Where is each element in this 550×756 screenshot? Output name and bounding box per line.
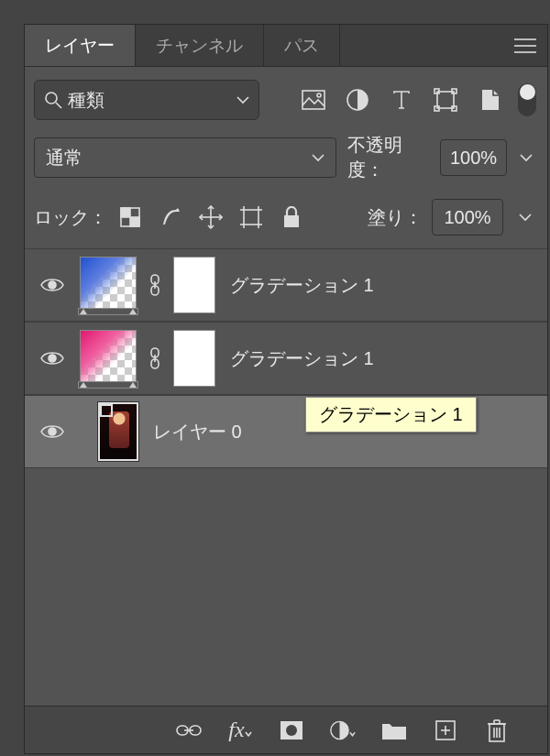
svg-line-4 [56, 103, 61, 108]
chevron-down-icon [312, 153, 324, 162]
filter-pixel-icon[interactable] [302, 88, 325, 112]
delete-layer-icon[interactable] [484, 718, 510, 743]
filter-label: 種類 [68, 88, 104, 113]
svg-point-41 [286, 725, 297, 736]
layer-row[interactable]: グラデーション 1 [25, 248, 547, 322]
layers-bottom-toolbar: fx [25, 706, 547, 753]
panel-menu-icon[interactable] [514, 25, 536, 67]
svg-point-32 [49, 355, 56, 362]
chevron-down-icon [519, 213, 532, 222]
layers-panel: レイヤー チャンネル パス 種類 [24, 24, 548, 754]
blend-mode-value: 通常 [46, 146, 82, 170]
visibility-toggle[interactable] [34, 349, 71, 367]
link-layers-icon[interactable] [176, 718, 202, 743]
tooltip: グラデーション 1 [305, 397, 477, 433]
filter-type-icon[interactable] [390, 88, 413, 112]
svg-rect-27 [284, 215, 299, 227]
layer-name: グラデーション 1 [230, 273, 374, 298]
fill-label: 塗り： [368, 205, 423, 230]
layer-mask-thumbnail[interactable] [173, 257, 215, 313]
chevron-down-icon [236, 95, 249, 104]
lock-row: ロック： 塗り： 100% [25, 190, 547, 248]
add-mask-icon[interactable] [279, 718, 304, 743]
svg-rect-5 [302, 91, 324, 109]
layer-name: グラデーション 1 [230, 346, 374, 371]
layer-thumbnail[interactable] [98, 402, 138, 461]
layer-mask-thumbnail[interactable] [173, 330, 215, 387]
svg-point-28 [49, 281, 56, 289]
chevron-down-icon [520, 153, 533, 162]
svg-point-6 [317, 93, 321, 97]
layers-list: グラデーション 1 グラデーション 1 レイヤー 0 [25, 248, 547, 468]
layer-thumbnail[interactable] [80, 257, 137, 313]
lock-all-icon[interactable] [280, 205, 303, 229]
tab-layers[interactable]: レイヤー [25, 25, 136, 66]
link-icon [146, 347, 164, 369]
lock-transparency-icon[interactable] [118, 205, 142, 229]
svg-rect-15 [130, 217, 139, 226]
new-layer-icon[interactable] [433, 718, 458, 743]
lock-artboard-icon[interactable] [239, 205, 263, 229]
svg-rect-18 [244, 210, 258, 225]
layer-effects-icon[interactable]: fx [227, 718, 253, 743]
opacity-input[interactable]: 100% [440, 139, 507, 176]
lock-position-icon[interactable] [199, 205, 223, 229]
lock-image-icon[interactable] [159, 205, 182, 229]
filter-row: 種類 [25, 67, 547, 129]
filter-toggle[interactable] [518, 83, 536, 116]
panel-tabs: レイヤー チャンネル パス [25, 25, 547, 67]
blend-mode-select[interactable]: 通常 [34, 137, 336, 178]
visibility-toggle[interactable] [34, 422, 71, 441]
visibility-toggle[interactable] [34, 276, 71, 294]
fill-dropdown[interactable] [512, 199, 538, 236]
tab-paths[interactable]: パス [264, 25, 340, 66]
svg-point-36 [49, 428, 56, 435]
layer-name: レイヤー 0 [153, 420, 242, 444]
svg-rect-14 [121, 208, 130, 217]
fill-input[interactable]: 100% [432, 199, 503, 236]
filter-adjustment-icon[interactable] [346, 88, 369, 112]
adjustment-layer-icon[interactable] [330, 718, 356, 743]
search-icon [44, 91, 62, 109]
lock-label: ロック： [34, 205, 107, 230]
tab-channels[interactable]: チャンネル [136, 25, 264, 66]
svg-point-3 [46, 93, 57, 104]
filter-shape-icon[interactable] [434, 88, 457, 112]
opacity-dropdown[interactable] [514, 139, 538, 176]
blend-row: 通常 不透明度： 100% [25, 129, 547, 190]
new-group-icon[interactable] [381, 718, 407, 743]
layer-row[interactable]: グラデーション 1 [25, 322, 547, 395]
toggle-knob [520, 84, 535, 100]
layer-filter-select[interactable]: 種類 [34, 80, 259, 120]
layer-thumbnail[interactable] [80, 330, 137, 387]
opacity-label: 不透明度： [347, 133, 433, 182]
link-icon [146, 274, 164, 296]
filter-smartobject-icon[interactable] [478, 88, 501, 112]
